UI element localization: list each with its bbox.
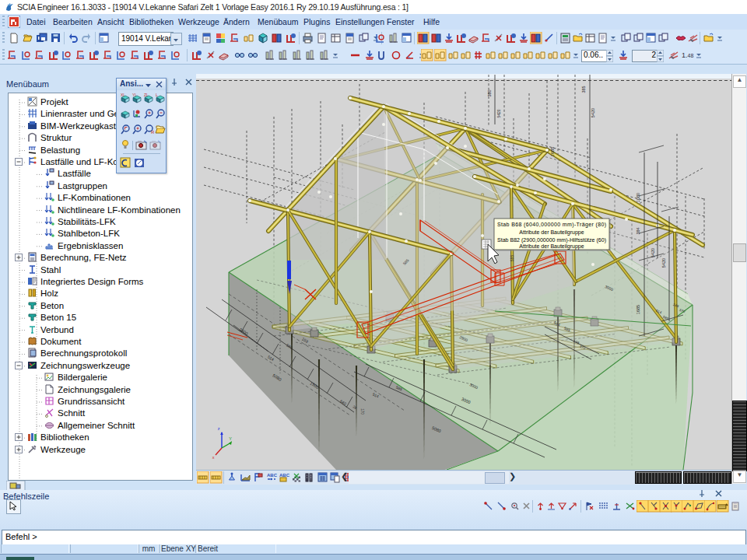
svg-text:z: z: [218, 426, 220, 431]
svg-text:5420: 5420: [496, 109, 501, 117]
svg-text:380: 380: [487, 89, 492, 96]
svg-text:x: x: [212, 455, 215, 460]
svg-text:1685: 1685: [636, 305, 640, 314]
svg-text:ABC: ABC: [279, 473, 290, 478]
svg-text:Stab B82 (2900,000000 mm)-Hilf: Stab B82 (2900,000000 mm)-Hilfsstütze (6…: [497, 237, 606, 243]
svg-text:Y: Y: [229, 436, 232, 441]
svg-text:5420: 5420: [591, 108, 595, 117]
svg-text:385: 385: [581, 86, 586, 93]
svg-text:585: 585: [510, 255, 514, 262]
svg-text:170: 170: [360, 408, 364, 415]
svg-text:5420: 5420: [661, 258, 666, 268]
svg-text:1080: 1080: [636, 193, 640, 202]
svg-text:1685: 1685: [550, 147, 555, 156]
svg-text:Attribute der Bauteilgruppe: Attribute der Bauteilgruppe: [519, 229, 584, 236]
svg-text:Stab B68 (6040,000000 mm)-Träg: Stab B68 (6040,000000 mm)-Träger (80): [497, 222, 606, 228]
svg-text:R: R: [151, 130, 154, 135]
svg-text:5420: 5420: [651, 248, 655, 257]
svg-text:384: 384: [636, 227, 640, 234]
svg-text:Attribute der Bauteilgruppe: Attribute der Bauteilgruppe: [519, 243, 584, 250]
svg-text:L: L: [156, 93, 158, 97]
svg-text:ABC: ABC: [267, 473, 278, 478]
